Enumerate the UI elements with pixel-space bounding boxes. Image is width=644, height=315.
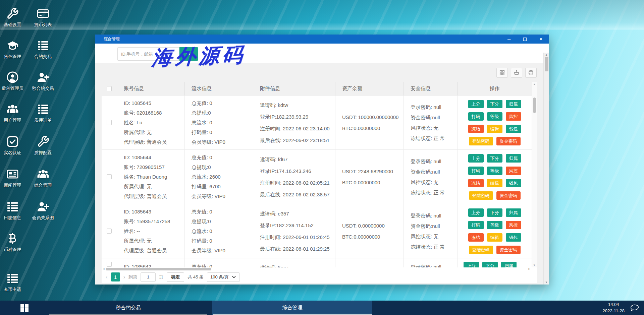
row-checkbox[interactable]: [107, 229, 112, 234]
action-button[interactable]: 登陆密码: [469, 191, 493, 200]
action-button[interactable]: 钱包: [506, 179, 521, 187]
vertical-scroll-thumb[interactable]: [533, 98, 536, 113]
action-button[interactable]: 钱包: [506, 233, 521, 242]
action-button[interactable]: 风控: [506, 221, 521, 229]
table-vertical-scrollbar[interactable]: ▲ ▼: [532, 82, 537, 267]
action-button[interactable]: 冻结: [468, 125, 484, 133]
taskbar-item[interactable]: 综合管理: [212, 301, 372, 315]
export-button[interactable]: [511, 68, 522, 78]
scroll-down-arrow-icon[interactable]: ▼: [532, 264, 537, 267]
account-info-line: 姓名: Lu: [124, 118, 182, 127]
action-button[interactable]: 风控: [506, 112, 521, 121]
action-button[interactable]: 上分: [468, 154, 484, 163]
page-size-select[interactable]: 100 条/页: [207, 272, 240, 282]
action-button[interactable]: 上分: [468, 208, 484, 217]
window-scroll-up-icon[interactable]: ▲: [544, 53, 549, 56]
desktop-shortcut[interactable]: 合约交易: [29, 39, 57, 60]
scroll-left-arrow-icon[interactable]: ◄: [102, 267, 105, 271]
security-info-line: 登录密码: null: [411, 156, 455, 167]
scroll-up-arrow-icon[interactable]: ▲: [532, 83, 537, 86]
action-button[interactable]: 编辑: [487, 179, 502, 187]
desktop-shortcut[interactable]: 日志信息: [0, 200, 27, 221]
close-button[interactable]: ✕: [533, 35, 549, 44]
account-info-line: 姓名: Thuan Duong: [124, 172, 182, 182]
action-button[interactable]: 等级: [487, 112, 502, 121]
desktop-shortcut[interactable]: 提币列表: [29, 7, 57, 28]
desktop-shortcut[interactable]: 质押订单: [29, 103, 57, 123]
desktop-shortcut[interactable]: 综合管理: [29, 168, 57, 188]
search-button[interactable]: [179, 47, 198, 61]
desktop-shortcut[interactable]: 新闻管理: [0, 168, 27, 188]
action-button[interactable]: 冻结: [468, 179, 484, 187]
action-button[interactable]: 冻结: [468, 233, 484, 242]
select-all-checkbox[interactable]: [107, 86, 112, 91]
desktop-shortcut[interactable]: 角色管理: [0, 39, 27, 60]
table-row: ID: 1085644账号: 7209805157姓名: Thuan Duong…: [102, 150, 532, 204]
action-button[interactable]: 资金密码: [496, 137, 521, 145]
maximize-button[interactable]: [517, 35, 533, 44]
action-button[interactable]: 风控: [506, 167, 521, 175]
start-button[interactable]: [0, 301, 49, 315]
desktop-shortcut[interactable]: 币种管理: [0, 232, 27, 253]
action-button[interactable]: 归属: [506, 100, 521, 108]
window-scrollbar[interactable]: ▲ ▼: [543, 53, 549, 285]
desktop-shortcut[interactable]: 秒合约交易: [29, 71, 57, 91]
flow-info-line: 打码量: 0: [192, 236, 251, 246]
action-button[interactable]: 下分: [482, 262, 498, 267]
desktop-shortcut[interactable]: 会员关系图: [29, 200, 57, 221]
search-input[interactable]: [117, 47, 179, 61]
action-button[interactable]: 上分: [464, 262, 479, 267]
prev-page-button[interactable]: ‹: [106, 274, 108, 280]
columns-button[interactable]: [496, 68, 508, 78]
taskbar-clock[interactable]: 14:04 2022-11-28: [602, 302, 625, 314]
action-button[interactable]: 打码: [468, 167, 484, 175]
horizontal-scroll-thumb[interactable]: [106, 268, 211, 270]
print-button[interactable]: [525, 68, 537, 78]
action-button[interactable]: 登陆密码: [469, 246, 493, 254]
account-info-line: 代理层级: 普通会员: [124, 191, 182, 201]
desktop-shortcut[interactable]: 用户管理: [0, 103, 27, 123]
action-button[interactable]: 下分: [487, 154, 502, 163]
row-checkbox[interactable]: [107, 174, 112, 179]
action-button[interactable]: 编辑: [487, 125, 502, 133]
security-info-line: 冻结状态: 正 常: [411, 187, 455, 198]
attachment-info-line: 邀请码: e357: [260, 208, 333, 219]
window-scroll-thumb[interactable]: [545, 57, 548, 71]
row-checkbox[interactable]: [107, 120, 112, 125]
action-button[interactable]: 登陆密码: [469, 137, 493, 145]
action-button[interactable]: 资金密码: [496, 246, 521, 254]
action-button[interactable]: 资金密码: [496, 191, 521, 200]
desktop-shortcut[interactable]: 充币申请: [0, 272, 27, 293]
chat-bubble-icon[interactable]: [630, 304, 639, 312]
action-button[interactable]: 上分: [468, 100, 484, 108]
action-button[interactable]: 钱包: [506, 125, 521, 133]
action-button[interactable]: 等级: [487, 221, 502, 229]
desktop-shortcut[interactable]: 实名认证: [0, 135, 27, 156]
window-scroll-down-icon[interactable]: ▼: [544, 281, 549, 284]
scroll-right-arrow-icon[interactable]: ►: [528, 267, 531, 271]
action-button[interactable]: 下分: [487, 208, 502, 217]
action-button[interactable]: 等级: [487, 167, 502, 175]
action-button[interactable]: 打码: [468, 112, 484, 121]
goto-page-input[interactable]: [141, 272, 156, 282]
taskbar-item[interactable]: 秒合约交易: [49, 301, 208, 315]
current-page-button[interactable]: 1: [111, 272, 120, 281]
desktop-shortcut[interactable]: 质押配置: [29, 135, 57, 156]
system-tray: 14:04 2022-11-28: [602, 301, 644, 315]
action-button[interactable]: 归属: [506, 208, 521, 217]
action-button[interactable]: 打码: [468, 221, 484, 229]
desktop-shortcut[interactable]: 后台管理员: [0, 71, 27, 91]
row-checkbox[interactable]: [107, 262, 112, 267]
desktop-shortcut-label: 新闻管理: [0, 182, 27, 188]
minimize-button[interactable]: ─: [501, 35, 517, 44]
desktop-shortcut[interactable]: 基础设置: [0, 7, 27, 28]
action-button[interactable]: 编辑: [487, 233, 502, 242]
table-horizontal-scrollbar[interactable]: ◄ ►: [102, 267, 537, 271]
action-button[interactable]: 归属: [501, 262, 517, 267]
action-button[interactable]: 下分: [487, 100, 502, 108]
confirm-button[interactable]: 确定: [167, 272, 184, 282]
account-info-line: ID: 1085642: [124, 262, 182, 267]
action-button[interactable]: 归属: [506, 154, 521, 163]
next-page-button[interactable]: ›: [123, 274, 125, 280]
account-info-cell: ID: 1085642账号: tt@qq.com: [117, 258, 185, 267]
